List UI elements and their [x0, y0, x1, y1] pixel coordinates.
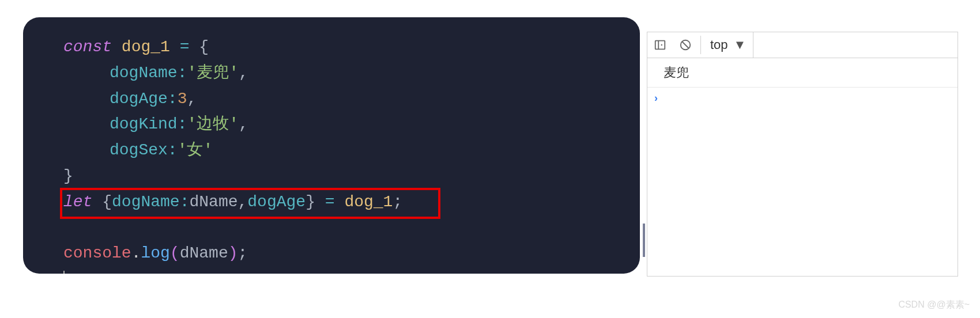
code-line-1: const dog_1 = { [63, 35, 640, 60]
code-editor[interactable]: const dog_1 = { dogName:'麦兜', dogAge:3, … [23, 17, 640, 274]
toggle-sidebar-icon[interactable] [647, 32, 673, 58]
code-line-6: } [63, 164, 640, 190]
code-line-2: dogName:'麦兜', [63, 60, 640, 86]
keyword-const: const [63, 38, 112, 56]
code-line-8-blank [63, 215, 640, 241]
chevron-down-icon: ▼ [734, 37, 747, 52]
code-line-3: dogAge:3, [63, 86, 640, 112]
cursor-line [63, 267, 640, 274]
context-label: top [710, 37, 728, 52]
prop-dogName: dogName [110, 64, 178, 82]
prompt-chevron-icon: › [654, 92, 658, 104]
svg-line-3 [682, 42, 688, 48]
prop-dogAge: dogAge [110, 90, 168, 108]
text-cursor [63, 271, 65, 274]
resize-handle[interactable] [643, 224, 645, 257]
watermark-text: CSDN @@素素~ [898, 299, 970, 311]
clear-console-icon[interactable] [673, 32, 698, 58]
console-input-prompt[interactable]: › [647, 88, 958, 109]
svg-rect-0 [655, 41, 665, 50]
prop-dogSex: dogSex [110, 141, 168, 159]
devtools-console: top ▼ 麦兜 › [647, 32, 958, 277]
toolbar-divider [700, 36, 701, 54]
devtools-toolbar: top ▼ [647, 32, 958, 58]
highlight-box [60, 188, 440, 219]
code-line-5: dogSex:'女' [63, 138, 640, 164]
console-output-line: 麦兜 [647, 58, 958, 88]
console-obj: console [63, 244, 131, 262]
log-method: log [141, 244, 169, 262]
context-selector[interactable]: top ▼ [703, 32, 753, 58]
var-dog1: dog_1 [122, 38, 170, 56]
prop-dogKind: dogKind [110, 115, 178, 133]
console-output-text: 麦兜 [664, 65, 689, 80]
code-line-9-log: console.log(dName); [63, 241, 640, 267]
code-line-4: dogKind:'边牧', [63, 112, 640, 138]
